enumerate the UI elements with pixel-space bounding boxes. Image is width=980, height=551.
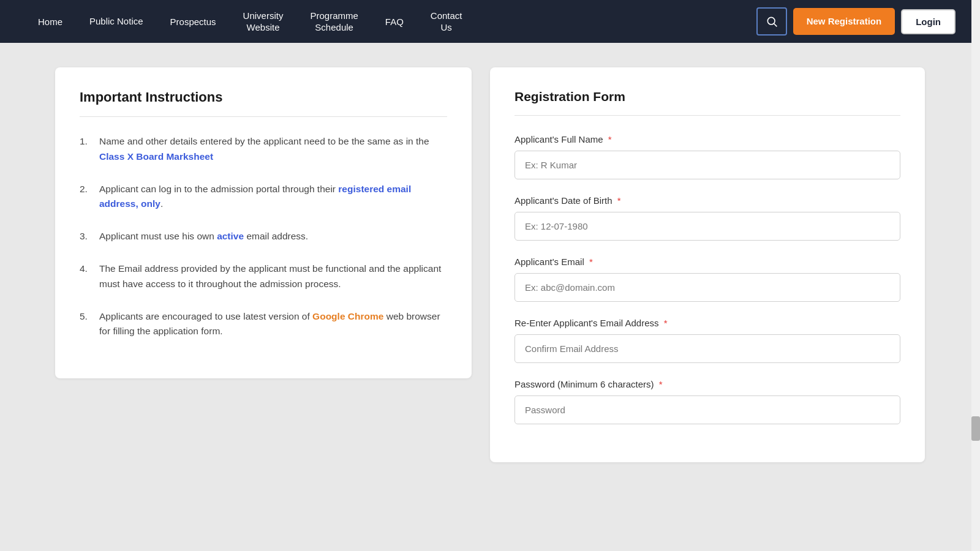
password-label: Password (Minimum 6 characters) *: [514, 379, 900, 389]
nav-contact-us[interactable]: ContactUs: [417, 0, 476, 43]
main-content: Important Instructions 1. Name and other…: [0, 43, 980, 487]
dob-label: Applicant's Date of Birth *: [514, 195, 900, 206]
instructions-panel: Important Instructions 1. Name and other…: [55, 67, 472, 378]
navbar: Home Public Notice Prospectus University…: [0, 0, 980, 43]
email-input[interactable]: [514, 273, 900, 302]
confirm-email-label: Re-Enter Applicant's Email Address *: [514, 318, 900, 328]
active-link[interactable]: active: [217, 231, 244, 241]
nav-programme-schedule[interactable]: ProgrammeSchedule: [296, 0, 371, 43]
svg-point-0: [767, 17, 775, 24]
list-item: 4. The Email address provided by the app…: [80, 261, 447, 292]
dob-input[interactable]: [514, 212, 900, 241]
nav-home[interactable]: Home: [24, 0, 76, 43]
google-chrome-link[interactable]: Google Chrome: [312, 311, 383, 321]
email-label: Applicant's Email *: [514, 257, 900, 267]
registration-panel: Registration Form Applicant's Full Name …: [490, 67, 925, 462]
full-name-input[interactable]: [514, 151, 900, 179]
scrollbar[interactable]: [971, 0, 980, 551]
required-indicator: *: [659, 379, 663, 389]
nav-public-notice[interactable]: Public Notice: [76, 0, 157, 43]
email-group: Applicant's Email *: [514, 257, 900, 302]
password-group: Password (Minimum 6 characters) *: [514, 379, 900, 424]
full-name-label: Applicant's Full Name *: [514, 134, 900, 144]
nav-prospectus[interactable]: Prospectus: [157, 0, 230, 43]
nav-university-website[interactable]: UniversityWebsite: [230, 0, 297, 43]
instructions-title: Important Instructions: [80, 89, 447, 117]
scrollbar-thumb[interactable]: [971, 416, 980, 441]
required-indicator: *: [664, 318, 668, 328]
password-input[interactable]: [514, 395, 900, 424]
confirm-email-group: Re-Enter Applicant's Email Address *: [514, 318, 900, 363]
svg-line-1: [774, 24, 777, 27]
search-button[interactable]: [756, 7, 787, 36]
nav-faq[interactable]: FAQ: [372, 0, 417, 43]
search-icon: [766, 15, 778, 28]
new-registration-button[interactable]: New Registration: [793, 8, 895, 35]
list-item: 3. Applicant must use his own active ema…: [80, 229, 447, 244]
class-x-link[interactable]: Class X Board Marksheet: [99, 151, 213, 162]
full-name-group: Applicant's Full Name *: [514, 134, 900, 179]
list-item: 2. Applicant can log in to the admission…: [80, 182, 447, 212]
confirm-email-input[interactable]: [514, 334, 900, 363]
instructions-list: 1. Name and other details entered by the…: [80, 134, 447, 339]
dob-group: Applicant's Date of Birth *: [514, 195, 900, 241]
registered-email-link[interactable]: registered email address, only: [99, 184, 411, 209]
required-indicator: *: [617, 195, 621, 206]
list-item: 1. Name and other details entered by the…: [80, 134, 447, 165]
login-button[interactable]: Login: [901, 9, 956, 34]
registration-form-title: Registration Form: [514, 89, 900, 116]
required-indicator: *: [608, 134, 612, 144]
list-item: 5. Applicants are encouraged to use late…: [80, 309, 447, 340]
required-indicator: *: [589, 257, 593, 267]
